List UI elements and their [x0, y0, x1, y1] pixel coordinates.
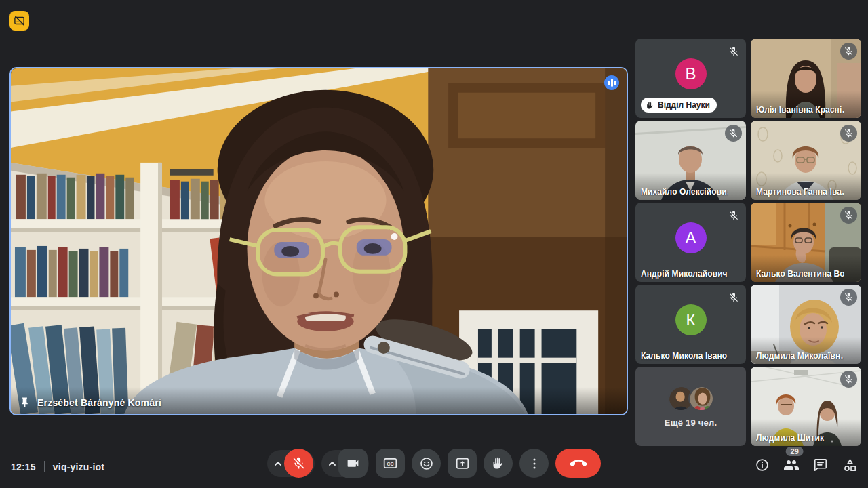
emoji-icon: [419, 456, 434, 471]
pin-icon: [19, 396, 31, 408]
avatar: [688, 386, 714, 411]
participant-tile[interactable]: Людмила Миколаївн…: [751, 285, 861, 364]
meeting-panels: 29: [754, 457, 858, 473]
end-call-icon: [570, 455, 587, 472]
avatar: К: [675, 304, 707, 336]
participant-name: Людмила Шитик: [756, 433, 844, 443]
participant-count-badge: 29: [786, 447, 804, 456]
overflow-participants-tile[interactable]: Ещё 19 чел.: [635, 367, 746, 446]
more-options-button[interactable]: [519, 449, 549, 478]
svg-text:CC: CC: [387, 462, 393, 467]
muted-mic-icon: [725, 43, 742, 60]
people-icon: [783, 457, 800, 473]
chat-button[interactable]: [812, 457, 829, 473]
captions-button[interactable]: CC: [376, 449, 405, 478]
participant-name: Юлія Іванівна Красні…: [756, 105, 844, 115]
participant-tile[interactable]: Калько Валентина Во…: [751, 203, 861, 282]
present-screen-button[interactable]: [448, 449, 477, 478]
camera-options-chevron[interactable]: [326, 450, 338, 477]
audio-activity-indicator: [604, 75, 619, 90]
participant-tile[interactable]: Мартинова Ганна Іва…: [751, 121, 861, 200]
captions-disabled-icon: [14, 15, 25, 26]
video-thumbnail: [11, 68, 627, 414]
avatar: А: [675, 222, 707, 253]
participant-name: Андрій Миколайович…: [641, 269, 728, 279]
participant-tile[interactable]: Людмила Шитик: [751, 367, 861, 446]
mic-control-group: [267, 450, 315, 477]
participant-tile[interactable]: B Відділ Науки: [635, 39, 746, 118]
raised-hand-icon: [646, 101, 654, 110]
participant-tile[interactable]: Михайло Олексійови…: [635, 121, 746, 200]
clock-time: 12:15: [11, 462, 36, 472]
pinned-speaker-label: Erzsébet Bárányné Komári: [19, 396, 161, 408]
participants-button[interactable]: 29: [783, 457, 800, 473]
raise-hand-button[interactable]: [484, 449, 513, 478]
reactions-button[interactable]: [412, 449, 441, 478]
participant-grid: B Відділ Науки Юлія Іванівна Красні…: [635, 39, 861, 446]
activities-icon: [842, 458, 858, 473]
participant-name: Людмила Миколаївн…: [756, 351, 844, 361]
raised-hand-chip: Відділ Науки: [641, 98, 717, 113]
participant-name: Мартинова Ганна Іва…: [756, 187, 844, 197]
info-icon: [755, 458, 770, 472]
participant-name: Калько Валентина Во…: [756, 269, 844, 279]
camera-button[interactable]: [338, 449, 368, 478]
muted-mic-icon: [840, 125, 857, 142]
camera-control-group: [321, 450, 369, 477]
present-screen-icon: [455, 456, 470, 471]
meeting-details-button[interactable]: [754, 457, 770, 473]
activities-button[interactable]: [842, 457, 858, 473]
meeting-code: viq-yizu-iot: [53, 462, 104, 472]
speaker-name: Erzsébet Bárányné Komári: [37, 397, 161, 408]
participant-tile[interactable]: А Андрій Миколайович…: [635, 203, 746, 282]
more-options-icon: [527, 456, 542, 471]
call-controls: CC: [267, 449, 601, 478]
mic-off-icon: [292, 456, 306, 470]
meeting-info: 12:15 viq-yizu-iot: [11, 461, 104, 472]
raise-hand-icon: [491, 456, 505, 470]
muted-mic-icon: [840, 43, 857, 60]
avatar: B: [675, 58, 707, 89]
participant-name: Калько Микола Івано…: [641, 351, 728, 361]
divider: [44, 461, 45, 472]
muted-mic-icon: [725, 207, 742, 224]
end-call-button[interactable]: [555, 449, 601, 478]
muted-mic-icon: [725, 289, 742, 306]
muted-mic-icon: [840, 289, 857, 306]
muted-mic-icon: [840, 371, 857, 388]
captions-disabled-notification[interactable]: [9, 11, 29, 30]
participant-tile[interactable]: Юлія Іванівна Красні…: [751, 39, 861, 118]
chat-icon: [813, 458, 828, 472]
main-speaker-video[interactable]: Erzsébet Bárányné Komári: [9, 67, 628, 415]
camera-icon: [346, 456, 360, 470]
muted-mic-icon: [725, 125, 742, 142]
mic-mute-button[interactable]: [284, 449, 313, 478]
participant-name: Відділ Науки: [658, 100, 710, 110]
participant-tile[interactable]: К Калько Микола Івано…: [635, 285, 746, 364]
participant-name: Михайло Олексійови…: [641, 187, 728, 197]
overflow-count-label: Ещё 19 чел.: [665, 418, 717, 428]
mic-options-chevron[interactable]: [272, 450, 284, 477]
captions-icon: CC: [382, 455, 398, 471]
muted-mic-icon: [840, 207, 857, 224]
overflow-avatars: [668, 386, 714, 411]
